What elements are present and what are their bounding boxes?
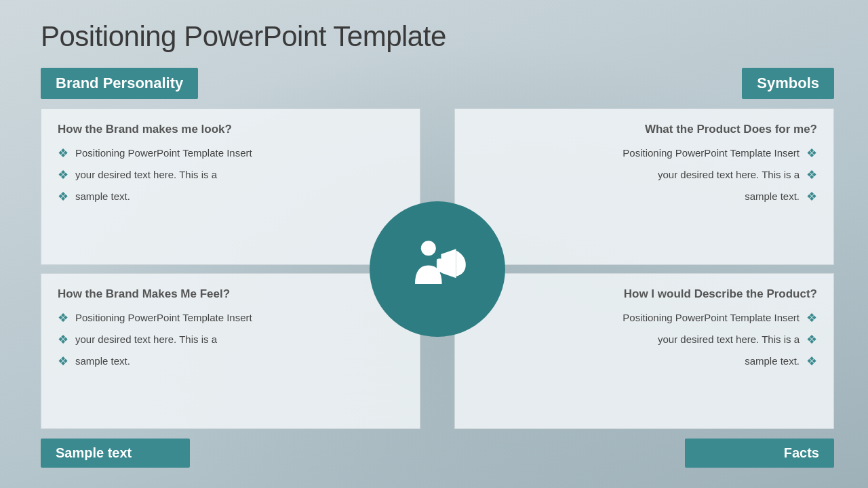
sample-text-tag: Sample text [41, 439, 190, 468]
center-circle [370, 201, 505, 337]
list-item: ❖ your desired text here. This is a [58, 332, 403, 348]
bullet-text: your desired text here. This is a [75, 167, 217, 182]
bullet-text: Positioning PowerPoint Template Insert [75, 310, 252, 325]
list-item: ❖ Positioning PowerPoint Template Insert [58, 146, 403, 162]
card-top-left-title: How the Brand makes me look? [58, 123, 403, 136]
list-item: ❖ sample text. [58, 189, 403, 205]
tag-row: Brand Personality Symbols [41, 68, 834, 99]
card-bottom-right-title: How I would Describe the Product? [471, 287, 817, 301]
svg-point-0 [421, 241, 436, 256]
bullet-text: your desired text here. This is a [658, 332, 800, 346]
card-bottom-left-title: How the Brand Makes Me Feel? [58, 287, 403, 301]
diamond-icon: ❖ [58, 331, 68, 348]
diamond-icon: ❖ [806, 145, 817, 162]
symbols-tag: Symbols [742, 68, 834, 99]
bullet-text: sample text. [75, 354, 130, 368]
diamond-icon: ❖ [58, 167, 68, 184]
center-icon-wrapper [370, 201, 505, 337]
diamond-icon: ❖ [58, 188, 68, 205]
list-item: ❖ your desired text here. This is a [471, 167, 817, 184]
diamond-icon: ❖ [806, 353, 817, 370]
bullet-text: sample text. [75, 189, 130, 203]
diamond-icon: ❖ [58, 353, 68, 370]
card-top-right-title: What the Product Does for me? [471, 123, 817, 136]
diamond-icon: ❖ [58, 145, 68, 162]
list-item: ❖ sample text. [58, 354, 403, 370]
bullet-text: sample text. [745, 354, 800, 368]
card-bottom-left-list: ❖ Positioning PowerPoint Template Insert… [58, 310, 403, 371]
page-title: Positioning PowerPoint Template [41, 20, 834, 53]
list-item: ❖ sample text. [471, 354, 817, 370]
bullet-text: your desired text here. This is a [75, 332, 217, 346]
left-column: How the Brand makes me look? ❖ Positioni… [41, 108, 420, 429]
diamond-icon: ❖ [58, 310, 68, 327]
list-item: ❖ Positioning PowerPoint Template Insert [471, 146, 817, 162]
facts-tag: Facts [685, 439, 834, 468]
page-container: Positioning PowerPoint Template Brand Pe… [0, 0, 868, 488]
list-item: ❖ sample text. [471, 189, 817, 205]
diamond-icon: ❖ [806, 188, 817, 205]
content-area: How the Brand makes me look? ❖ Positioni… [41, 108, 834, 429]
list-item: ❖ your desired text here. This is a [471, 332, 817, 348]
bullet-text: your desired text here. This is a [658, 167, 800, 182]
diamond-icon: ❖ [806, 167, 817, 184]
megaphone-person-icon [400, 232, 475, 306]
card-top-right: What the Product Does for me? ❖ Position… [454, 108, 834, 265]
right-column: What the Product Does for me? ❖ Position… [454, 108, 834, 429]
diamond-icon: ❖ [806, 310, 817, 327]
list-item: ❖ Positioning PowerPoint Template Insert [471, 310, 817, 327]
bullet-text: Positioning PowerPoint Template Insert [623, 310, 800, 325]
list-item: ❖ Positioning PowerPoint Template Insert [58, 310, 403, 327]
bottom-row: Sample text Facts [41, 439, 834, 468]
card-top-left: How the Brand makes me look? ❖ Positioni… [41, 108, 420, 265]
list-item: ❖ your desired text here. This is a [58, 167, 403, 184]
card-top-right-list: ❖ Positioning PowerPoint Template Insert… [471, 146, 817, 206]
bullet-text: sample text. [745, 189, 800, 203]
bullet-text: Positioning PowerPoint Template Insert [75, 146, 252, 160]
card-bottom-right-list: ❖ Positioning PowerPoint Template Insert… [471, 310, 817, 371]
card-bottom-right: How I would Describe the Product? ❖ Posi… [454, 273, 834, 430]
card-bottom-left: How the Brand Makes Me Feel? ❖ Positioni… [41, 273, 420, 430]
bullet-text: Positioning PowerPoint Template Insert [623, 146, 800, 160]
diamond-icon: ❖ [806, 331, 817, 348]
card-top-left-list: ❖ Positioning PowerPoint Template Insert… [58, 146, 403, 206]
brand-personality-tag: Brand Personality [41, 68, 198, 99]
svg-rect-1 [437, 258, 443, 272]
